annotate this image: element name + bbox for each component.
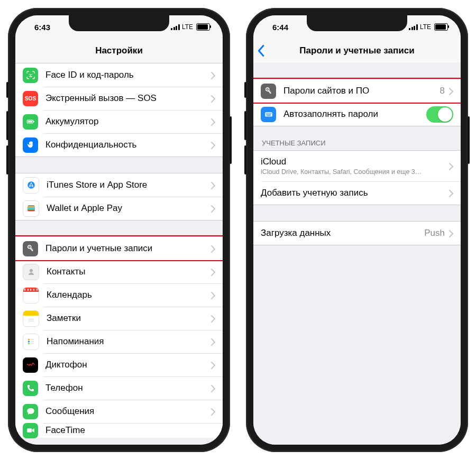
row-label: Face ID и код-пароль: [45, 70, 211, 80]
row-site-passwords[interactable]: Пароли сайтов и ПО 8: [253, 79, 461, 103]
nav-bar: Настройки: [15, 39, 223, 63]
settings-list[interactable]: Face ID и код-пароль SOS Экстренный вызо…: [15, 63, 223, 445]
row-facetime[interactable]: FaceTime: [15, 423, 223, 438]
row-label: Телефон: [45, 383, 211, 393]
keyboard-icon: [261, 107, 276, 122]
row-label: FaceTime: [45, 425, 215, 436]
row-label: Добавить учетную запись: [261, 188, 449, 198]
svg-rect-22: [267, 113, 268, 114]
row-wallet[interactable]: Wallet и Apple Pay: [15, 197, 223, 220]
facetime-icon: [23, 423, 38, 438]
carrier-label: LTE: [420, 23, 431, 31]
svg-point-0: [29, 74, 30, 75]
phone-left: 6:43 LTE Настройки Face ID и код-пароль: [8, 8, 230, 452]
wallet-icon: [23, 200, 39, 217]
chevron-right-icon: [211, 118, 215, 125]
nav-bar: Пароли и учетные записи: [253, 39, 461, 63]
signal-icon: [409, 24, 418, 30]
svg-point-13: [30, 269, 33, 272]
chevron-right-icon: [211, 361, 215, 369]
faceid-icon: [23, 68, 38, 83]
row-label: Автозаполнять пароли: [283, 109, 426, 119]
back-button[interactable]: [257, 39, 265, 63]
passwords-screen[interactable]: Пароли сайтов и ПО 8 Автозаполнять парол…: [253, 63, 461, 445]
row-label: Пароли и учетные записи: [45, 243, 211, 254]
row-label: Конфиденциальность: [45, 140, 211, 150]
svg-rect-25: [270, 113, 271, 114]
row-label: Контакты: [47, 266, 211, 277]
chevron-right-icon: [211, 291, 215, 299]
chevron-right-icon: [211, 141, 215, 149]
row-label: Экстренный вызов — SOS: [45, 93, 211, 104]
svg-rect-21: [266, 113, 267, 114]
chevron-right-icon: [211, 338, 215, 345]
signal-icon: [171, 24, 180, 30]
notch: [307, 15, 407, 31]
row-autofill[interactable]: Автозаполнять пароли: [253, 103, 461, 126]
row-label: Пароли сайтов и ПО: [283, 86, 440, 96]
page-title: Настройки: [95, 45, 143, 56]
row-value: Push: [424, 228, 445, 238]
chevron-right-icon: [211, 71, 215, 79]
section-header: УЧЕТНЫЕ ЗАПИСИ: [253, 136, 461, 150]
row-label: Напоминания: [47, 336, 211, 347]
svg-rect-10: [28, 210, 34, 211]
svg-rect-26: [266, 114, 267, 115]
svg-rect-27: [267, 114, 268, 115]
chevron-right-icon: [211, 95, 215, 102]
battery-icon: [23, 114, 38, 130]
row-add-account[interactable]: Добавить учетную запись: [253, 181, 461, 205]
row-label: Сообщения: [45, 406, 211, 417]
key-icon: [23, 241, 38, 256]
row-label: Календарь: [47, 290, 211, 300]
phone-icon: [23, 381, 38, 396]
notch: [69, 15, 169, 31]
svg-rect-23: [268, 113, 269, 114]
svg-point-16: [28, 343, 30, 344]
row-reminders[interactable]: Напоминания: [15, 330, 223, 353]
row-passwords[interactable]: Пароли и учетные записи: [15, 236, 223, 260]
row-calendar[interactable]: Календарь: [15, 283, 223, 307]
carrier-label: LTE: [182, 23, 193, 31]
row-sos[interactable]: SOS Экстренный вызов — SOS: [15, 87, 223, 110]
svg-rect-17: [27, 428, 32, 433]
notes-icon: [23, 310, 39, 327]
row-phone[interactable]: Телефон: [15, 376, 223, 400]
row-label: Диктофон: [45, 360, 211, 370]
svg-rect-28: [269, 114, 270, 115]
row-battery[interactable]: Аккумулятор: [15, 110, 223, 133]
svg-rect-8: [28, 207, 34, 208]
status-time: 6:44: [269, 23, 288, 32]
row-itunes[interactable]: iTunes Store и App Store: [15, 173, 223, 197]
chevron-right-icon: [211, 181, 215, 189]
row-privacy[interactable]: Конфиденциальность: [15, 133, 223, 157]
svg-point-15: [28, 341, 30, 343]
svg-point-12: [29, 246, 30, 247]
autofill-toggle[interactable]: [426, 106, 453, 123]
chevron-right-icon: [211, 205, 215, 212]
chevron-right-icon: [211, 315, 215, 322]
chevron-right-icon: [211, 245, 215, 252]
row-voicememos[interactable]: Диктофон: [15, 353, 223, 376]
row-label: Аккумулятор: [45, 116, 211, 127]
phone-right: 6:44 LTE Пароли и учетные записи Пароли …: [246, 8, 468, 452]
row-icloud[interactable]: iCloud iCloud Drive, Контакты, Safari, С…: [253, 150, 461, 181]
svg-rect-9: [28, 209, 34, 210]
row-contacts[interactable]: Контакты: [15, 260, 223, 283]
voicememos-icon: [23, 357, 38, 373]
row-notes[interactable]: Заметки: [15, 307, 223, 330]
row-label: Загрузка данных: [261, 228, 424, 238]
calendar-icon: [23, 287, 39, 303]
chevron-right-icon: [211, 268, 215, 275]
svg-point-1: [31, 74, 32, 75]
row-fetch[interactable]: Загрузка данных Push: [253, 221, 461, 245]
row-messages[interactable]: Сообщения: [15, 400, 223, 423]
key-icon: [261, 84, 276, 99]
svg-rect-4: [33, 121, 34, 123]
row-faceid[interactable]: Face ID и код-пароль: [15, 63, 223, 87]
chevron-right-icon: [211, 384, 215, 392]
svg-rect-29: [270, 114, 271, 115]
hand-icon: [23, 137, 38, 153]
messages-icon: [23, 404, 38, 419]
row-label: iCloud: [261, 157, 286, 167]
